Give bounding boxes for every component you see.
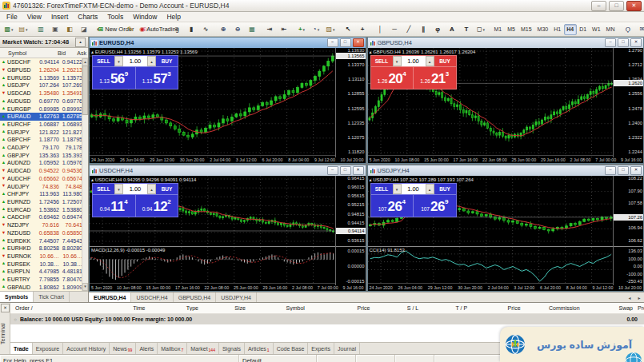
sell-price-button[interactable]: 1.13569 — [93, 67, 135, 89]
buy-button[interactable]: BUY — [434, 184, 456, 194]
terminal-column-symbol[interactable]: Symbol — [250, 305, 310, 311]
market-watch-row-eurpln[interactable]: ▲EURPLN4.479854.48181 — [0, 268, 82, 276]
market-watch-row-usdjpy[interactable]: ▲USDJPY107.264107.269 — [0, 82, 82, 90]
buy-button[interactable]: BUY — [156, 56, 178, 66]
window-restore-button[interactable]: □ — [618, 38, 629, 47]
chart-tab-usdchf-h4[interactable]: USDCHF,H4 — [131, 292, 173, 302]
label-button[interactable]: T — [459, 23, 474, 35]
cursor-button[interactable]: ↖ — [341, 23, 355, 35]
trendline-button[interactable]: ╱ — [402, 23, 416, 35]
market-watch-row-gbpusd[interactable]: ▼GBPUSD1.262041.26213 — [0, 66, 82, 74]
window-close-button[interactable]: ✕ — [630, 166, 642, 175]
zoom-out-button[interactable]: ⊖ — [230, 23, 245, 35]
channel-button[interactable]: ∥ — [416, 23, 430, 35]
buy-price-button[interactable]: 107269 — [413, 195, 456, 217]
volume-input[interactable]: ▾ 1.00 ▴ — [393, 56, 434, 66]
terminal-column-price[interactable]: Price — [472, 305, 525, 311]
market-watch-row-usdchf[interactable]: ▲USDCHF0.941140.94122 — [0, 58, 82, 66]
market-watch-collapse-button[interactable]: ▴ — [75, 38, 86, 47]
chart-shift-button[interactable]: ⇤ — [277, 23, 291, 35]
volume-value[interactable]: 1.00 — [402, 184, 426, 194]
market-watch-row-euraud[interactable]: ▲EURAUD1.627631.62785 — [0, 113, 82, 121]
buy-price-button[interactable]: 1.13573 — [135, 67, 178, 89]
market-watch-scrollbar[interactable]: ▲▼ — [82, 58, 88, 291]
timeframe-m1-button[interactable]: M1 — [491, 24, 505, 35]
window-minimize-button[interactable]: – — [327, 38, 338, 47]
window-restore-button[interactable]: □ — [340, 38, 351, 47]
chart-window-titlebar[interactable]: EURUSD,H4 – □ ✕ — [90, 38, 366, 48]
menu-window[interactable]: Window — [128, 13, 162, 21]
timeframe-w1-button[interactable]: W1 — [590, 24, 604, 35]
data-window-toggle[interactable]: ▣ — [48, 23, 62, 35]
volume-input[interactable]: ▾ 1.00 ▴ — [393, 184, 434, 194]
terminal-column-profit[interactable]: Profit — [638, 305, 644, 311]
window-minimize-button[interactable]: – — [605, 38, 616, 47]
chart-plot-area[interactable]: ▴ GBPUSD,H4 1.26036 1.26261 1.26017 1.26… — [368, 48, 614, 155]
chart-tab-usdjpy-h4[interactable]: USDJPY,H4 — [216, 292, 257, 302]
market-watch-header[interactable]: SymbolBidAsk — [0, 48, 88, 58]
market-watch-row-eurgbp[interactable]: ▲EURGBP0.899850.89992 — [0, 105, 82, 113]
market-watch-row-eurtry[interactable]: ▲EURTRY7.798557.80470 — [0, 276, 82, 284]
autotrading-button[interactable]: ◉AutoTrading — [152, 23, 166, 35]
market-watch-row-audjpy[interactable]: ▼AUDJPY74.83674.848 — [0, 182, 82, 190]
terminal-column-t-p[interactable]: T / P — [423, 305, 472, 311]
column-bid[interactable]: Bid — [42, 50, 66, 56]
price-scale[interactable]: 0.964150.960150.956150.952150.948150.944… — [335, 176, 366, 285]
buy-button[interactable]: BUY — [156, 184, 178, 194]
timeframe-h4-button[interactable]: H4 — [564, 24, 577, 35]
volume-decrease-icon[interactable]: ▾ — [393, 56, 402, 66]
indicators-button[interactable]: +▾ — [294, 23, 309, 35]
market-watch-row-gbpaud[interactable]: ▲GBPAUD1.808621.80909 — [0, 283, 82, 291]
market-watch-row-eurdkk[interactable]: ▲EURDKK7.445077.44543 — [0, 237, 82, 245]
auto-scroll-button[interactable]: ⇥ — [262, 23, 277, 35]
chart-tab-eurusd-h4[interactable]: EURUSD,H4 — [89, 292, 131, 302]
window-minimize-button[interactable]: – — [327, 166, 338, 175]
line-chart-button[interactable]: ∿ — [198, 23, 213, 35]
terminal-column-size[interactable]: Size — [203, 305, 250, 311]
market-watch-toggle[interactable]: ▥ — [34, 23, 48, 35]
bar-chart-button[interactable]: ≡ — [170, 23, 184, 35]
periods-button[interactable]: ◔▾ — [309, 23, 323, 35]
terminal-tab-experts[interactable]: Experts — [308, 343, 334, 354]
terminal-tab-news[interactable]: News99 — [110, 343, 136, 354]
sell-button[interactable]: SELL — [93, 184, 114, 194]
terminal-tab-trade[interactable]: Trade — [10, 343, 33, 354]
terminal-column-order[interactable]: Order / — [10, 305, 76, 311]
candlestick-chart-button[interactable]: ▮ — [184, 23, 198, 35]
window-close-button[interactable]: ✕ — [353, 166, 364, 175]
market-watch-row-eurhkd[interactable]: ▲EURHKD8.802588.80280 — [0, 245, 82, 253]
crosshair-button[interactable]: + — [355, 23, 370, 35]
terminal-tab-articles[interactable]: Articles1 — [245, 343, 274, 354]
volume-increase-icon[interactable]: ▴ — [147, 56, 156, 66]
terminal-column-price[interactable]: Price — [310, 305, 375, 311]
profiles-button[interactable]: ▤▾ — [16, 23, 30, 35]
chart-plot-area[interactable]: ▴ USDCHF,H4 0.94295 0.94296 0.94091 0.94… — [90, 176, 335, 283]
terminal-tab-account-history[interactable]: Account History — [63, 343, 110, 354]
menu-view[interactable]: View — [22, 13, 46, 21]
timeframe-m5-button[interactable]: M5 — [505, 24, 518, 35]
timeframe-mn-button[interactable]: MN — [603, 24, 618, 35]
market-watch-row-eurnok[interactable]: ▼EURNOK10.66…10.66… — [0, 253, 82, 261]
app-maximize-button[interactable]: □ — [609, 1, 624, 11]
app-minimize-button[interactable]: – — [591, 1, 606, 11]
menu-help[interactable]: Help — [162, 13, 185, 21]
window-minimize-button[interactable]: – — [605, 166, 616, 175]
menu-insert[interactable]: Insert — [46, 13, 73, 21]
sell-price-button[interactable]: 0.94114 — [93, 195, 135, 217]
market-watch-row-usdcad[interactable]: ▼USDCAD1.354801.35491 — [0, 90, 82, 97]
navigator-toggle[interactable]: ◧ — [62, 23, 77, 35]
chart-window-titlebar[interactable]: GBPUSD,H4 – □ ✕ — [368, 38, 644, 48]
volume-input[interactable]: ▾ 1.00 ▴ — [114, 184, 156, 194]
volume-decrease-icon[interactable]: ▾ — [114, 184, 123, 194]
timeframe-d1-button[interactable]: D1 — [577, 24, 590, 35]
volume-increase-icon[interactable]: ▴ — [426, 184, 434, 194]
market-watch-row-eurchf[interactable]: ▲EURCHF1.068871.06893 — [0, 121, 82, 129]
volume-value[interactable]: 1.00 — [123, 56, 147, 66]
market-watch-tab-symbols[interactable]: Symbols — [0, 292, 34, 302]
terminal-tab-signals[interactable]: Signals — [219, 343, 245, 354]
fibonacci-button[interactable]: φ — [430, 23, 445, 35]
menu-tools[interactable]: Tools — [102, 13, 128, 21]
terminal-tab-alerts[interactable]: Alerts — [136, 343, 158, 354]
market-watch-row-audusd[interactable]: ▲AUDUSD0.697700.69776 — [0, 97, 82, 105]
terminal-tab-code-base[interactable]: Code Base — [274, 343, 309, 354]
